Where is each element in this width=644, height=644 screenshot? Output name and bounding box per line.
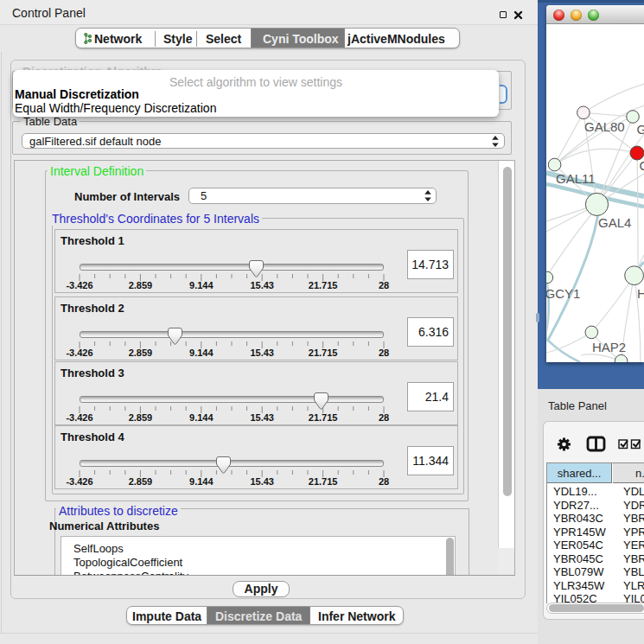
- svg-text:HAP2: HAP2: [592, 340, 626, 354]
- svg-text:GA: GA: [637, 122, 644, 137]
- svg-text:C: C: [640, 158, 644, 173]
- svg-text:GCY1: GCY1: [546, 286, 580, 301]
- svg-text:GAL4: GAL4: [598, 215, 631, 230]
- svg-text:H: H: [637, 286, 644, 301]
- svg-text:GAL11: GAL11: [556, 171, 596, 186]
- svg-text:GAL80: GAL80: [584, 119, 625, 134]
